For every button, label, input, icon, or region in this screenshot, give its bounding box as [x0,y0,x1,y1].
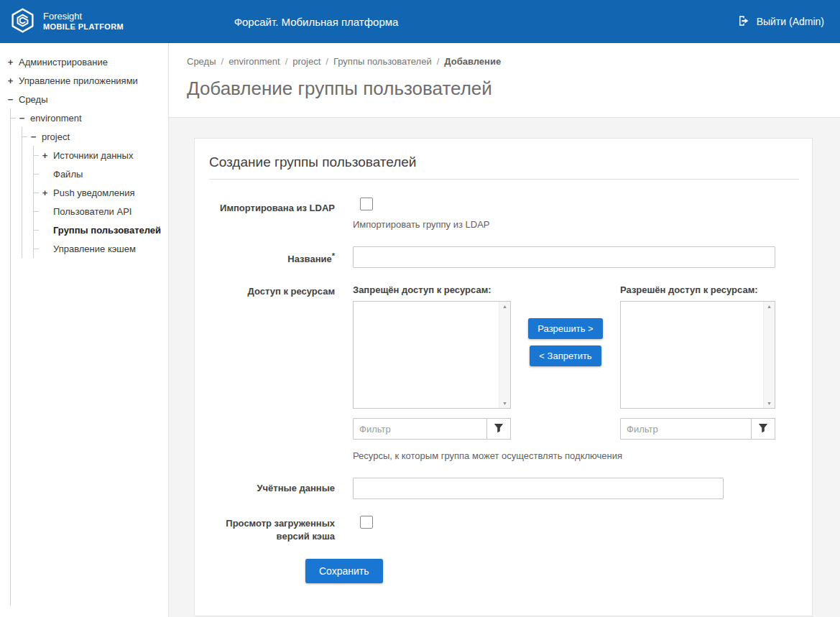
name-label: Название* [209,246,335,268]
sidebar-item-environments[interactable]: Среды [6,90,168,108]
sidebar: Администрирование Управление приложениям… [0,43,169,617]
content-area: Среды / environment / project / Группы п… [169,43,840,617]
breadcrumb-separator: / [326,56,328,67]
sidebar-item-label: Группы пользователей [53,225,161,236]
ldap-checkbox[interactable] [360,198,373,210]
scroll-up-icon[interactable]: ▲ [767,304,772,309]
sidebar-item-label: Администрирование [19,57,108,68]
denied-resources-column: Запрещён доступ к ресурсам: ▲ ▼ [353,284,511,440]
create-group-card: Создание группы пользователей Импортиров… [194,138,813,616]
content-header: Среды / environment / project / Группы п… [169,43,840,118]
allowed-resources-listbox[interactable]: ▲ ▼ [620,301,775,409]
credentials-input[interactable] [353,478,724,499]
breadcrumb-item-environment[interactable]: environment [229,56,280,67]
required-mark: * [332,251,335,260]
sidebar-item-label: Пользователи API [53,206,131,217]
sidebar-item-label: Push уведомления [53,187,135,198]
cache-view-checkbox[interactable] [360,516,373,529]
expand-icon[interactable] [40,150,50,161]
sidebar-item-label: environment [30,113,82,124]
logout-label: Выйти (Admin) [757,16,824,27]
denied-resources-title: Запрещён доступ к ресурсам: [353,284,511,295]
collapse-icon[interactable] [29,131,38,142]
filter-icon [494,423,504,435]
breadcrumb-separator: / [285,56,288,67]
save-button[interactable]: Сохранить [305,559,383,583]
form-actions: Сохранить [209,559,799,583]
scroll-down-icon[interactable]: ▼ [767,401,772,406]
breadcrumb: Среды / environment / project / Группы п… [187,56,822,67]
tree-branch-environments: environment project Источники данных [10,108,168,606]
form-row-resources: Доступ к ресурсам Запрещён доступ к ресу… [209,284,799,461]
sidebar-item-label: project [42,131,70,142]
sidebar-item-label: Управление приложениями [19,75,138,86]
name-input[interactable] [353,246,775,268]
denied-filter-input[interactable] [353,418,487,440]
resources-label: Доступ к ресурсам [209,284,335,461]
brand: Foresight MOBILE PLATFORM [0,7,169,36]
breadcrumb-item-environments[interactable]: Среды [187,56,216,67]
sidebar-item-administration[interactable]: Администрирование [6,52,168,71]
name-label-text: Название [287,254,331,264]
expand-icon[interactable] [6,57,15,68]
collapse-icon[interactable] [6,94,15,105]
expand-icon[interactable] [40,187,50,198]
allow-button[interactable]: Разрешить > [528,318,602,339]
allowed-filter-button[interactable] [752,418,775,440]
form-row-name: Название* [209,246,799,268]
form-row-ldap: Импортирована из LDAP Импортировать груп… [209,198,799,230]
listbox-scrollbar[interactable]: ▲ ▼ [763,302,775,408]
sidebar-item-label: Файлы [53,169,83,180]
sidebar-item-label: Управление кэшем [53,243,136,254]
deny-button[interactable]: < Запретить [530,345,601,366]
scroll-down-icon[interactable]: ▼ [502,401,507,406]
page-title: Добавление группы пользователей [187,78,822,100]
allowed-resources-title: Разрешён доступ к ресурсам: [620,284,775,295]
main-area: Администрирование Управление приложениям… [0,43,840,617]
listbox-scrollbar[interactable]: ▲ ▼ [499,302,510,408]
expand-icon[interactable] [6,75,15,86]
allowed-resources-column: Разрешён доступ к ресурсам: ▲ ▼ [620,284,775,440]
ldap-help-text: Импортировать группу из LDAP [353,219,775,230]
sidebar-item-project[interactable]: project [22,127,168,146]
foresight-logo-icon [9,7,36,36]
tree-branch-environment: project Источники данных Файлы [22,127,168,258]
scroll-up-icon[interactable]: ▲ [502,304,507,309]
app-title: Форсайт. Мобильная платформа [234,16,399,28]
breadcrumb-separator: / [221,56,224,67]
content-body: Создание группы пользователей Импортиров… [169,118,840,617]
ldap-label: Импортирована из LDAP [209,198,335,230]
sidebar-item-user-groups[interactable]: Группы пользователей [34,221,168,239]
resources-help-text: Ресурсы, к которым группа может осуществ… [353,450,775,461]
form-row-cache-view: Просмотр загруженных версий кэша [209,516,799,542]
logout-button[interactable]: Выйти (Admin) [737,14,824,29]
breadcrumb-separator: / [437,56,440,67]
sidebar-item-files[interactable]: Файлы [34,164,168,183]
sidebar-item-api-users[interactable]: Пользователи API [34,202,168,221]
breadcrumb-item-current: Добавление [444,56,501,67]
nav-tree: Администрирование Управление приложениям… [0,43,168,606]
form-row-credentials: Учётные данные [209,478,799,499]
sidebar-item-label: Источники данных [53,150,133,161]
brand-name: Foresight [43,11,124,22]
cache-view-label: Просмотр загруженных версий кэша [209,516,335,542]
denied-filter-button[interactable] [487,418,511,440]
sidebar-item-cache-management[interactable]: Управление кэшем [34,239,168,258]
sidebar-item-environment[interactable]: environment [11,108,168,127]
denied-resources-listbox[interactable]: ▲ ▼ [353,301,511,409]
allowed-filter-input[interactable] [620,418,752,440]
logout-icon [737,14,750,29]
collapse-icon[interactable] [17,113,27,124]
sidebar-item-label: Среды [19,94,48,105]
breadcrumb-item-project[interactable]: project [292,56,320,67]
transfer-buttons: Разрешить > < Запретить [511,284,620,440]
sidebar-item-app-management[interactable]: Управление приложениями [6,71,168,90]
filter-icon [758,423,768,435]
sidebar-item-data-sources[interactable]: Источники данных [34,146,168,164]
card-title: Создание группы пользователей [209,154,799,180]
tree-branch-project: Источники данных Файлы Push уведомления [33,146,168,258]
breadcrumb-item-user-groups[interactable]: Группы пользователей [333,56,432,67]
credentials-label: Учётные данные [209,478,335,499]
sidebar-item-push-notifications[interactable]: Push уведомления [34,183,168,202]
brand-text: Foresight MOBILE PLATFORM [43,11,124,32]
